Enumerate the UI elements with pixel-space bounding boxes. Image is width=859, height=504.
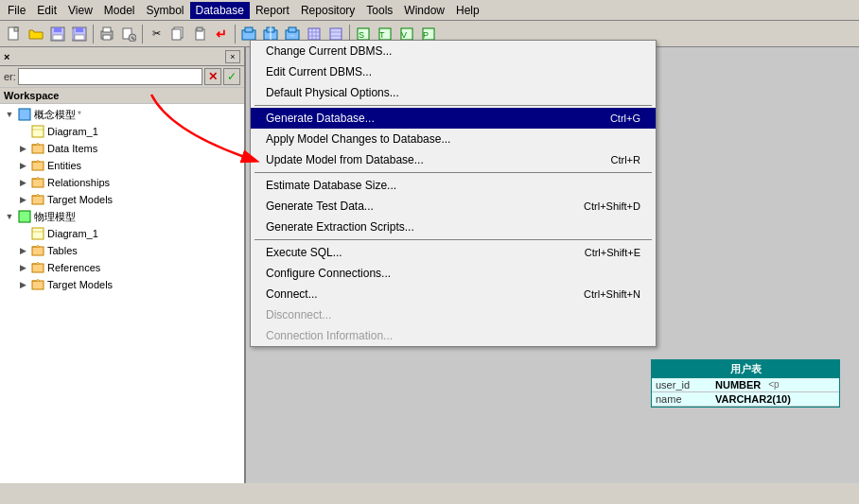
- icon-tables: [30, 243, 45, 258]
- menu-repository[interactable]: Repository: [295, 2, 360, 19]
- table-col2-1: NUMBER: [715, 379, 761, 391]
- table-col1-1: user_id: [656, 379, 708, 391]
- menu-generate-extract[interactable]: Generate Extraction Scripts...: [251, 217, 656, 237]
- svg-rect-7: [75, 35, 84, 40]
- menu-update-model[interactable]: Update Model from Database... Ctrl+R: [251, 149, 656, 170]
- svg-rect-6: [76, 27, 83, 32]
- menu-tools[interactable]: Tools: [360, 2, 398, 19]
- svg-rect-3: [54, 27, 61, 32]
- tree-item-targetmodels-c[interactable]: ▶ Target Models: [0, 191, 244, 208]
- search-go-btn[interactable]: ✓: [223, 68, 240, 85]
- tree-item-diagram1-c[interactable]: Diagram_1: [0, 123, 244, 140]
- svg-rect-18: [197, 27, 202, 31]
- tree-item-conceptual[interactable]: ▼ 概念模型 *: [0, 106, 244, 123]
- menu-generate-database[interactable]: Generate Database... Ctrl+G: [251, 108, 656, 129]
- tree-item-relationships[interactable]: ▶ Relationships: [0, 174, 244, 191]
- search-clear-btn[interactable]: ✕: [204, 68, 221, 85]
- icon-targetmodelsp: [30, 277, 45, 292]
- menu-report[interactable]: Report: [250, 2, 295, 19]
- toolbar-save-all[interactable]: [69, 24, 90, 44]
- toolbar-save[interactable]: [47, 24, 68, 44]
- panel-controls: ×: [225, 50, 240, 63]
- tree-item-tables[interactable]: ▶ Tables: [0, 242, 244, 259]
- menu-generate-test[interactable]: Generate Test Data... Ctrl+Shift+D: [251, 196, 656, 217]
- label-references: References: [45, 262, 100, 273]
- menu-estimate-size[interactable]: Estimate Database Size...: [251, 175, 656, 196]
- expand-relationships: ▶: [15, 175, 30, 190]
- svg-rect-1: [14, 27, 18, 31]
- diagram-table-row-1: user_id NUMBER <p: [652, 378, 839, 392]
- expand-diagram1c: [15, 124, 30, 139]
- label-diagram1c: Diagram_1: [45, 126, 98, 137]
- menu-file[interactable]: File: [2, 2, 31, 19]
- label-entities: Entities: [45, 160, 81, 171]
- menu-configure-conn[interactable]: Configure Connections...: [251, 263, 656, 284]
- menu-model[interactable]: Model: [98, 2, 141, 19]
- diagram-table-header: 用户表: [652, 360, 839, 378]
- icon-dataitems: [30, 141, 45, 156]
- workspace-label: Workspace: [0, 88, 244, 104]
- tree-item-dataitems[interactable]: ▶ Data Items: [0, 140, 244, 157]
- svg-rect-48: [32, 162, 44, 170]
- toolbar-copy[interactable]: [167, 24, 188, 44]
- toolbar-print-preview[interactable]: [118, 24, 139, 44]
- menu-change-dbms[interactable]: Change Current DBMS...: [251, 41, 656, 61]
- icon-relationships: [30, 175, 45, 190]
- svg-rect-52: [32, 196, 44, 204]
- label-tables: Tables: [45, 245, 78, 256]
- icon-conceptual: [17, 107, 32, 122]
- toolbar-paste[interactable]: [189, 24, 210, 44]
- tree-item-physical[interactable]: ▼ 物理模型: [0, 208, 244, 225]
- menu-view[interactable]: View: [62, 2, 98, 19]
- svg-rect-27: [308, 28, 320, 40]
- toolbar-new[interactable]: [4, 24, 25, 44]
- expand-tables: ▶: [15, 243, 30, 258]
- menu-window[interactable]: Window: [398, 2, 450, 19]
- diagram-table: 用户表 user_id NUMBER <p name VARCHAR2(10): [651, 359, 840, 408]
- expand-diagram1p: [15, 226, 30, 241]
- menu-apply-changes[interactable]: Apply Model Changes to Database...: [251, 129, 656, 149]
- menu-disconnect[interactable]: Disconnect...: [251, 304, 656, 325]
- toolbar-open[interactable]: [26, 24, 46, 44]
- expand-references: ▶: [15, 260, 30, 275]
- icon-physical: [17, 209, 32, 224]
- menu-conn-info[interactable]: Connection Information...: [251, 325, 656, 346]
- icon-diagram1c: [30, 124, 45, 139]
- left-panel: × × er: ✕ ✓ Workspace ▼ 概念模型 *: [0, 47, 246, 483]
- search-input[interactable]: [18, 68, 202, 85]
- search-label: er:: [4, 71, 16, 82]
- toolbar-cut[interactable]: ✂: [146, 24, 167, 44]
- toolbar-arrow[interactable]: ↵: [211, 24, 232, 44]
- panel-header: × ×: [0, 47, 244, 66]
- menu-symbol[interactable]: Symbol: [141, 2, 190, 19]
- svg-rect-50: [32, 179, 44, 187]
- menu-sep-3: [254, 239, 652, 240]
- menu-help[interactable]: Help: [450, 2, 485, 19]
- toolbar-sep-1: [93, 25, 94, 43]
- svg-rect-10: [103, 27, 111, 32]
- tree-item-entities[interactable]: ▶ Entities: [0, 157, 244, 174]
- menu-default-options[interactable]: Default Physical Options...: [251, 82, 656, 103]
- menu-execute-sql[interactable]: Execute SQL... Ctrl+Shift+E: [251, 242, 656, 263]
- tree-item-references[interactable]: ▶ References: [0, 259, 244, 276]
- svg-rect-11: [103, 35, 111, 40]
- expand-physical: ▼: [2, 209, 17, 224]
- toolbar-print[interactable]: [96, 24, 117, 44]
- menu-edit[interactable]: Edit: [31, 2, 62, 19]
- menu-edit-dbms[interactable]: Edit Current DBMS...: [251, 61, 656, 82]
- tree-item-diagram1-p[interactable]: Diagram_1: [0, 225, 244, 242]
- toolbar-sep-2: [142, 25, 143, 43]
- panel-close-btn[interactable]: ×: [225, 50, 240, 63]
- svg-rect-54: [19, 211, 30, 222]
- svg-rect-16: [172, 29, 181, 40]
- label-dataitems: Data Items: [45, 143, 97, 154]
- diagram-table-row-2: name VARCHAR2(10): [652, 392, 839, 407]
- svg-rect-8: [72, 28, 74, 40]
- menu-database[interactable]: Database: [190, 2, 250, 19]
- expand-targetmodelsp: ▶: [15, 277, 30, 292]
- tree-item-targetmodels-p[interactable]: ▶ Target Models: [0, 276, 244, 293]
- svg-rect-46: [32, 145, 44, 153]
- menu-connect[interactable]: Connect... Ctrl+Shift+N: [251, 284, 656, 304]
- svg-rect-55: [32, 228, 44, 239]
- icon-diagram1p: [30, 226, 45, 241]
